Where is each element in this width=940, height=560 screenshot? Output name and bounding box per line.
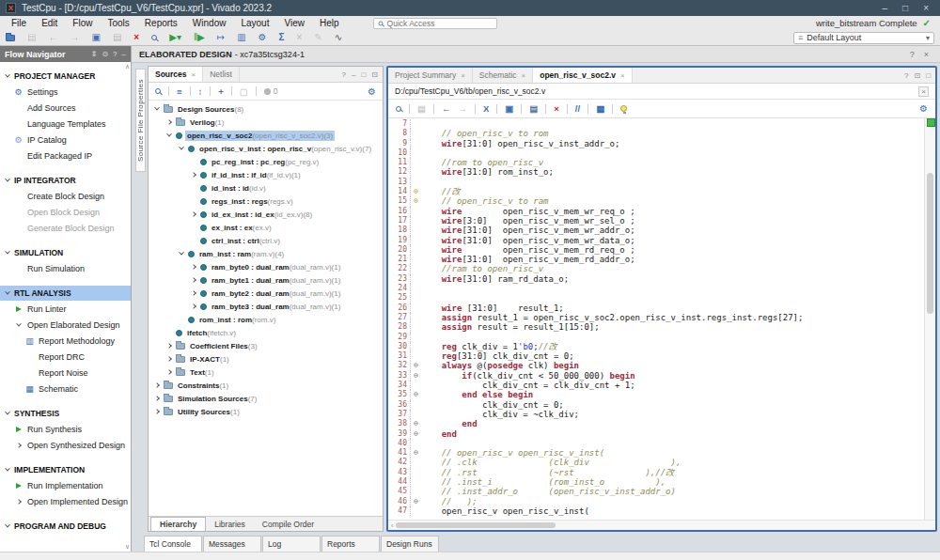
code-line[interactable]: 26 wire [31:0] result_1; [388,303,924,313]
maximize-button[interactable]: □ [902,3,908,13]
tree-item-design-sources[interactable]: Design Sources (8) [149,102,383,116]
sigma-icon[interactable]: Σ [279,33,285,42]
copy-icon[interactable]: ▣ [91,33,100,42]
cancel-icon[interactable]: × [297,33,303,42]
flow-item-ip-catalog[interactable]: ⚙IP Catalog [0,132,131,148]
code-line[interactable]: 33⊖ if(clk_div_cnt < 50_000_000) begin [388,371,924,381]
redo-icon[interactable]: → [458,103,467,114]
doc-icon[interactable]: ▢ [240,86,248,97]
flow-section-header-project-manager[interactable]: PROJECT MANAGER [0,69,131,84]
fold-marker-icon[interactable]: ⊖ [411,448,421,458]
flow-item-generate-block-design[interactable]: Generate Block Design [0,220,131,236]
tree-collapsed-icon[interactable] [164,357,173,361]
code-line[interactable]: 13 [388,178,924,187]
tab-sources[interactable]: Sources× [149,67,203,82]
tab-tcl-console[interactable]: Tcl Console [144,536,202,552]
code-line[interactable]: 32⊖ always @(posedge clk) begin [388,361,924,370]
flow-item-run-simulation[interactable]: Run Simulation [0,260,131,276]
sources-maximize-icon[interactable]: □ [361,70,366,79]
tree-item-id-ex-inst-id-ex[interactable]: id_ex_inst : id_ex (id_ex.v) (8) [149,208,383,221]
editor-help-icon[interactable]: ? [904,71,908,80]
tree-collapsed-icon[interactable] [189,291,197,295]
code-line[interactable]: 47 open_risc_v open_risc_v_inst( [388,506,924,516]
fn-help-icon[interactable]: ? [113,50,117,58]
flow-item-run-linter[interactable]: Run Linter [0,301,131,317]
tree-item-ex-inst-ex[interactable]: ex_inst : ex (ex.v) [149,221,383,234]
comment-icon[interactable]: // [575,103,580,114]
code-line[interactable]: 44 // .inst_i (rom_inst_o ), [388,477,924,487]
tree-collapsed-icon[interactable] [152,383,161,387]
tree-item-open-risc-v-soc2[interactable]: open_risc_v_soc2 (open_risc_v_soc2.v) (3… [149,129,383,142]
tab-messages[interactable]: Messages [203,536,261,552]
code-line[interactable]: 10 [388,148,924,158]
scrollbar-thumb[interactable] [927,173,933,314]
tab-compile-order[interactable]: Compile Order [254,517,322,531]
design-close-icon[interactable]: × [924,50,929,59]
tab-design-runs[interactable]: Design Runs [381,536,439,552]
tree-item-pc-reg-inst-pc-reg[interactable]: pc_reg_inst : pc_reg (pc_reg.v) [149,155,383,168]
flow-section-header-implementation[interactable]: IMPLEMENTATION [0,462,131,477]
editor-horizontal-scrollbar[interactable]: ‹ [388,520,935,530]
code-line[interactable]: 42 // .clk (clk_div ), [388,458,924,467]
code-line[interactable]: 19 wire[31:0] open_risc_v_mem_wr_data_o; [388,236,924,245]
delete-icon[interactable]: × [554,103,559,114]
code-line[interactable]: 15⊙ // open_risc_v to ram [388,196,924,206]
scroll-left-icon[interactable]: ‹ [391,522,393,529]
copy-icon[interactable]: ▣ [505,103,513,114]
menu-flow[interactable]: Flow [65,18,100,28]
tree-expanded-icon[interactable] [177,252,185,256]
flow-item-report-drc[interactable]: Report DRC [0,349,131,365]
code-line[interactable]: 28 assign result = result_1[15:0]; [388,322,924,332]
scrollbar-thumb[interactable] [396,522,556,528]
fold-marker-icon[interactable]: ⊖ [411,419,421,428]
code-line[interactable]: 11 //rom to open_risc_v [388,158,924,167]
fold-marker-icon[interactable]: ⊖ [411,371,421,381]
tree-collapsed-icon[interactable] [164,370,173,374]
tree-item-ctrl-inst-ctrl[interactable]: ctrl_inst : ctrl (ctrl.v) [149,234,383,247]
flow-item-report-methodology[interactable]: ▥Report Methodology [0,333,131,349]
code-line[interactable]: 41⊖ // open_risc_v open_risc_v_inst( [388,448,924,458]
collapse-icon[interactable]: ≡ [177,86,182,97]
tree-item-verilog[interactable]: Verilog (1) [149,116,383,129]
tree-collapsed-icon[interactable] [189,212,197,216]
bulb-icon[interactable] [620,105,627,112]
code-line[interactable]: 14⊙ //改 [388,187,924,196]
tree-item-ram-byte3-dual-ram[interactable]: ram_byte3 : dual_ram (dual_ram.v) (1) [149,300,383,313]
code-line[interactable]: 37 clk_div = ~clk_div; [388,410,924,419]
flow-item-schematic[interactable]: ▦Schematic [0,381,131,397]
code-line[interactable]: 39⊖ end [388,429,924,439]
flow-item-open-synthesized-design[interactable]: Open Synthesized Design [0,437,131,453]
code-editor[interactable]: 78 // open_risc_v to rom9 wire[31:0] ope… [388,118,924,520]
fold-marker-icon[interactable]: ⊖ [411,390,421,399]
flow-item-open-implemented-design[interactable]: Open Implemented Design [0,493,131,509]
flow-section-header-rtl-analysis[interactable]: RTL ANALYSIS [0,286,131,301]
fold-marker-icon[interactable]: ⊖ [411,429,421,439]
save-icon[interactable]: ▤ [27,33,36,42]
tree-item-utility-sources[interactable]: Utility Sources (1) [149,405,383,418]
code-line[interactable]: 36 clk_div_cnt = 0; [388,400,924,410]
code-line[interactable]: 31 reg[31:0] clk_div_cnt = 0; [388,351,924,361]
fold-marker-icon[interactable]: ⊖ [411,361,421,370]
tree-item-ifetch[interactable]: ifetch (ifetch.v) [149,326,383,339]
editor-maximize-icon[interactable]: □ [926,71,931,80]
tab-close-icon[interactable]: × [620,71,625,80]
wand-icon[interactable]: ∿ [335,33,342,42]
tree-item-open-risc-v-inst-open-risc-v[interactable]: open_risc_v_inst : open_risc_v (open_ris… [149,142,383,155]
fn-minimize-icon[interactable]: ‒ [122,50,126,58]
menu-tools[interactable]: Tools [100,18,136,28]
menu-file[interactable]: File [4,18,34,28]
fn-options-icon[interactable]: ⊙ [102,50,108,58]
flow-item-create-block-design[interactable]: Create Block Design [0,188,131,204]
open-icon[interactable] [6,35,15,41]
tab-schematic[interactable]: Schematic× [473,68,533,83]
tree-collapsed-icon[interactable] [189,278,197,282]
scroll-up-icon[interactable]: ∧ [926,119,931,127]
menu-help[interactable]: Help [312,18,347,28]
run-icon[interactable]: ▶▾ [169,33,181,42]
tree-item-ip-xact[interactable]: IP-XACT (1) [149,352,383,366]
tree-item-id-inst-id[interactable]: id_inst : id (id.v) [149,181,383,194]
tree-item-if-id-inst-if-id[interactable]: if_id_inst : if_id (if_id.v) (1) [149,168,383,181]
tab-reports[interactable]: Reports [321,536,380,552]
menu-window[interactable]: Window [185,18,234,28]
tab-project-summary[interactable]: Project Summary× [388,68,473,83]
